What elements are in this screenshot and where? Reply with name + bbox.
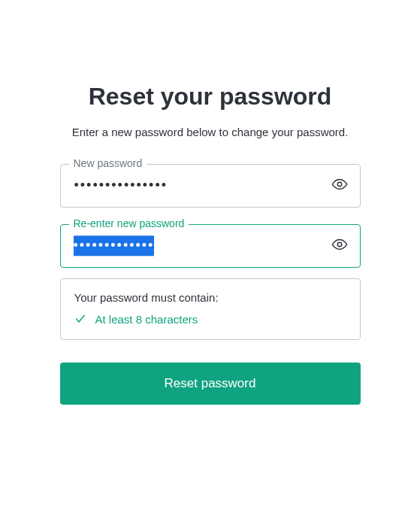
password-rules-box: Your password must contain: At least 8 c… [60, 278, 361, 340]
reset-password-form: Reset your password Enter a new password… [60, 83, 361, 405]
svg-point-1 [337, 242, 342, 247]
toggle-visibility-new-password[interactable] [326, 172, 353, 199]
eye-icon [331, 236, 348, 255]
toggle-visibility-confirm-password[interactable] [326, 232, 353, 260]
confirm-password-field-wrap: Re-enter new password ••••••••••••• [60, 224, 361, 268]
new-password-field-wrap: New password [60, 164, 361, 208]
new-password-input[interactable] [60, 164, 361, 208]
svg-point-0 [337, 182, 342, 187]
eye-icon [331, 176, 348, 195]
password-rule-text: At least 8 characters [95, 313, 198, 326]
password-rules-title: Your password must contain: [74, 291, 346, 304]
password-rule-item: At least 8 characters [74, 313, 346, 326]
check-icon [74, 313, 86, 325]
confirm-password-input[interactable] [60, 224, 361, 268]
page-subtitle: Enter a new password below to change you… [72, 124, 349, 141]
reset-password-button[interactable]: Reset password [60, 363, 361, 405]
page-title: Reset your password [89, 83, 332, 111]
